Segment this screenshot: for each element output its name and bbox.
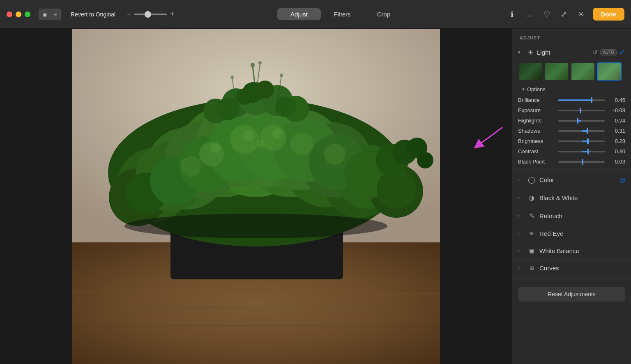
more-options-icon[interactable]: … xyxy=(524,9,535,20)
info-icon[interactable]: ℹ xyxy=(507,9,518,20)
toolbar-right: ℹ … ♡ ⤢ ✳ Done xyxy=(507,8,625,21)
light-preset-2[interactable] xyxy=(544,62,569,81)
redeye-section-header[interactable]: › 👁 Red-Eye xyxy=(512,225,631,242)
tab-adjust[interactable]: Adjust xyxy=(277,8,321,20)
svg-point-52 xyxy=(417,152,433,168)
curves-label: Curves xyxy=(539,265,625,272)
svg-point-69 xyxy=(258,61,262,65)
svg-point-55 xyxy=(260,124,286,151)
single-view-button[interactable]: ▣ xyxy=(39,9,50,20)
color-section-header[interactable]: › ◯ Color ◎ xyxy=(512,170,631,189)
contrast-row: Contrast 0.30 xyxy=(512,146,631,157)
color-active-icon: ◎ xyxy=(619,176,625,184)
highlights-row: Highlights -0.24 xyxy=(512,115,631,126)
close-button[interactable] xyxy=(7,12,12,17)
redeye-icon: 👁 xyxy=(527,230,536,237)
retouch-label: Retouch xyxy=(539,212,625,219)
light-badge: ↺ AUTO ✓ xyxy=(593,48,625,57)
retouch-section-header[interactable]: › ✎ Retouch xyxy=(512,207,631,225)
color-icon: ◯ xyxy=(527,176,536,184)
svg-point-63 xyxy=(124,214,387,238)
magic-wand-icon[interactable]: ✳ xyxy=(576,9,587,20)
brilliance-row: Brilliance 0.45 xyxy=(512,95,631,105)
svg-point-58 xyxy=(324,143,345,165)
light-preset-1[interactable] xyxy=(518,62,543,81)
panel-title: ADJUST xyxy=(512,29,631,44)
contrast-value: 0.30 xyxy=(608,148,625,154)
maximize-button[interactable] xyxy=(25,12,30,17)
zoom-minus-icon[interactable]: − xyxy=(127,11,131,18)
contrast-label: Contrast xyxy=(518,148,555,154)
curves-chevron-icon: › xyxy=(518,265,524,271)
blackpoint-value: 0.03 xyxy=(608,159,625,165)
brightness-value: 0.28 xyxy=(608,138,625,144)
shadows-slider[interactable] xyxy=(558,130,605,132)
revert-button[interactable]: Revert to Original xyxy=(67,9,119,19)
retouch-icon: ✎ xyxy=(527,212,536,220)
undo-icon[interactable]: ↺ xyxy=(593,49,598,55)
contrast-slider[interactable] xyxy=(558,151,605,152)
split-view-button[interactable]: ⊟ xyxy=(50,9,60,20)
svg-point-57 xyxy=(181,156,201,177)
zoom-slider[interactable] xyxy=(134,14,167,15)
divider-1 xyxy=(512,168,631,169)
reset-adjustments-button[interactable]: Reset Adjustments xyxy=(518,287,625,302)
annotation-arrow xyxy=(467,123,509,152)
brilliance-value: 0.45 xyxy=(608,97,625,103)
wb-icon: ▣ xyxy=(527,248,536,254)
tab-crop[interactable]: Crop xyxy=(364,8,404,20)
svg-point-44 xyxy=(216,97,240,120)
brightness-label: Brightness xyxy=(518,138,555,144)
light-previews xyxy=(512,60,631,85)
exposure-slider[interactable] xyxy=(558,110,605,111)
highlights-value: -0.24 xyxy=(608,117,625,124)
svg-point-48 xyxy=(236,88,253,105)
favorite-icon[interactable]: ♡ xyxy=(541,9,553,20)
wb-section-header[interactable]: › ▣ White Balance xyxy=(512,242,631,259)
shadows-value: 0.31 xyxy=(608,128,625,134)
view-toggle: ▣ ⊟ xyxy=(39,9,61,20)
retouch-chevron-icon: › xyxy=(518,213,524,219)
minimize-button[interactable] xyxy=(16,12,21,17)
fullscreen-icon[interactable]: ⤢ xyxy=(558,9,570,20)
light-icon: ☀ xyxy=(526,48,534,56)
light-section-header[interactable]: ▾ ☀ Light ↺ AUTO ✓ xyxy=(512,44,631,60)
options-header[interactable]: ▾ Options xyxy=(512,85,631,95)
editing-tabs: Adjust Filters Crop xyxy=(180,8,502,20)
svg-point-61 xyxy=(272,128,283,139)
zoom-plus-icon[interactable]: + xyxy=(170,10,175,18)
photo-canvas xyxy=(72,29,440,364)
done-button[interactable]: Done xyxy=(593,8,625,21)
light-preset-4[interactable] xyxy=(597,62,622,81)
tab-filters[interactable]: Filters xyxy=(321,8,364,20)
bw-section-header[interactable]: › ◑ Black & White xyxy=(512,189,631,207)
zoom-slider-row: − + xyxy=(127,10,175,18)
wb-label: White Balance xyxy=(539,247,625,254)
svg-point-62 xyxy=(257,140,265,148)
options-chevron-down-icon: ▾ xyxy=(522,87,525,92)
auto-badge[interactable]: AUTO xyxy=(600,49,617,55)
bw-label: Black & White xyxy=(539,194,625,201)
light-preset-3[interactable] xyxy=(571,62,595,81)
svg-point-59 xyxy=(211,143,221,153)
light-chevron-down-icon: ▾ xyxy=(518,50,524,55)
blackpoint-slider[interactable] xyxy=(558,161,605,163)
svg-point-54 xyxy=(230,125,259,154)
exposure-row: Exposure -0.08 xyxy=(512,105,631,115)
blackpoint-label: Black Point xyxy=(518,159,555,165)
exposure-value: -0.08 xyxy=(608,107,625,113)
svg-point-68 xyxy=(251,63,255,67)
svg-point-47 xyxy=(256,81,274,99)
shadows-row: Shadows 0.31 xyxy=(512,126,631,136)
light-label: Light xyxy=(537,49,590,56)
brightness-slider[interactable] xyxy=(558,141,605,142)
highlights-slider[interactable] xyxy=(558,120,605,122)
svg-point-45 xyxy=(275,97,296,117)
brilliance-slider[interactable] xyxy=(558,99,605,101)
redeye-label: Red-Eye xyxy=(539,230,625,237)
blackpoint-row: Black Point 0.03 xyxy=(512,157,631,167)
curves-section-header[interactable]: › ⊞ Curves xyxy=(512,259,631,276)
light-active-check-icon: ✓ xyxy=(619,48,625,57)
svg-line-73 xyxy=(476,127,502,147)
curves-icon: ⊞ xyxy=(527,265,536,271)
